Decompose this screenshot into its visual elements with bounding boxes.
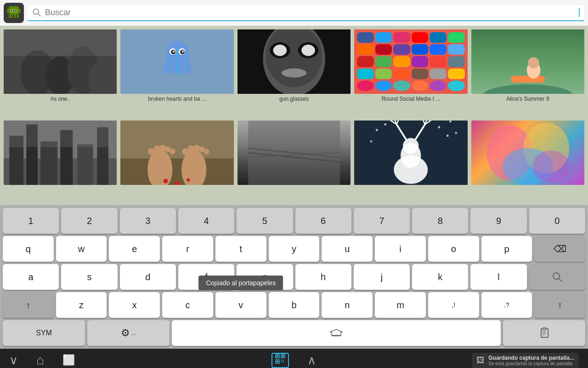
gallery-item-5[interactable]: Alina's Summer 9 [471,29,584,117]
gallery-item-1[interactable]: As one.. [4,29,117,117]
key-clipboard[interactable] [503,320,585,346]
zxcv-row: ↑ z x c v Copiado al portapapeles b n m … [3,292,585,318]
key-b[interactable]: b [269,292,320,318]
nav-up-icon[interactable]: ∧ [307,353,316,368]
gallery-item-9[interactable] [354,121,467,201]
svg-point-65 [193,145,200,152]
key-q[interactable]: q [3,236,54,262]
settings-dots: ... [131,330,136,336]
key-k[interactable]: k [412,264,468,290]
nav-qr-icon[interactable] [271,354,289,367]
key-s[interactable]: s [61,264,117,290]
key-m[interactable]: m [375,292,426,318]
key-r[interactable]: r [162,236,213,262]
svg-point-89 [384,123,386,126]
key-n[interactable]: n [322,292,373,318]
gallery-thumb-3 [237,29,351,94]
key-comma[interactable]: ,! [428,292,479,318]
gallery-item-3[interactable]: gun.glasses [237,29,351,117]
gallery-thumb-10 [471,121,584,185]
key-shift-right[interactable]: ↑ [534,292,585,318]
key-4[interactable]: 4 [178,208,234,234]
key-settings[interactable]: ⚙ ... [87,320,170,346]
svg-rect-117 [283,362,284,362]
gallery-item-6[interactable] [4,121,117,201]
gallery-item-2[interactable]: broken hearts and ba ... [120,29,233,117]
key-w[interactable]: w [56,236,107,262]
ghost-icon [6,5,22,21]
key-5[interactable]: 5 [237,208,293,234]
key-a[interactable]: a [3,264,59,290]
svg-point-94 [455,132,457,134]
search-input[interactable] [45,8,575,17]
gallery-item-8[interactable] [237,121,351,201]
nav-left: ∨ ⌂ ⬜ [9,353,199,368]
svg-point-93 [449,121,452,123]
svg-rect-6 [17,15,19,18]
key-h[interactable]: h [295,264,351,290]
nav-center: ∧ [199,353,389,368]
svg-point-92 [370,140,373,143]
search-bar[interactable] [28,5,584,21]
gallery-label-1: As one.. [50,96,70,102]
key-1[interactable]: 1 [3,208,59,234]
key-j[interactable]: j [354,264,410,290]
key-3[interactable]: 3 [120,208,176,234]
key-2[interactable]: 2 [61,208,117,234]
key-d[interactable]: d [120,264,176,290]
key-6[interactable]: 6 [295,208,351,234]
svg-line-12 [38,14,41,17]
svg-rect-55 [120,158,233,185]
key-search[interactable] [529,264,585,290]
svg-point-11 [34,9,39,15]
gallery-item-4[interactable]: Round Social Media I ... [354,29,467,117]
key-9[interactable]: 9 [470,208,526,234]
key-p[interactable]: p [481,236,532,262]
key-l[interactable]: l [470,264,526,290]
notification-text-box: Guardando captura de pantalla... Se está… [488,355,574,366]
key-8[interactable]: 8 [412,208,468,234]
svg-rect-2 [19,9,21,13]
app-icon[interactable] [4,3,24,23]
gallery-thumb-5 [471,29,584,94]
gallery-item-7[interactable] [120,121,233,201]
key-c[interactable]: c [162,292,213,318]
svg-rect-10 [15,10,17,12]
svg-rect-109 [277,355,278,357]
key-v[interactable]: v [215,292,266,318]
key-t[interactable]: t [215,236,266,262]
svg-point-88 [376,129,378,131]
svg-rect-4 [11,15,13,18]
nav-back-icon[interactable]: ∨ [9,353,18,368]
notification-subtitle: Se está guardando la captura de pantalla [488,361,574,366]
key-7[interactable]: 7 [354,208,410,234]
key-delete[interactable]: ⌫ [534,236,585,262]
social-icons-grid [354,29,467,94]
key-space[interactable] [172,320,501,346]
key-0[interactable]: 0 [529,208,585,234]
svg-rect-1 [7,9,9,13]
svg-point-67 [204,149,209,154]
key-shift-left[interactable]: ↑ [3,292,54,318]
key-sym[interactable]: SYM [3,320,85,346]
nav-recent-icon[interactable]: ⬜ [62,354,75,366]
key-period[interactable]: .? [481,292,532,318]
svg-rect-49 [40,141,57,185]
key-i[interactable]: i [375,236,426,262]
key-u[interactable]: u [322,236,373,262]
svg-rect-114 [281,360,282,361]
key-x[interactable]: x [109,292,160,318]
key-e[interactable]: e [109,236,160,262]
gallery-grid: As one.. broken [0,26,588,205]
key-o[interactable]: o [428,236,479,262]
svg-point-90 [438,126,441,128]
gallery-thumb-7 [120,121,233,185]
svg-rect-104 [543,328,546,330]
key-y[interactable]: y [269,236,320,262]
gallery-thumb-6 [4,121,117,185]
gallery-label-4: Round Social Media I ... [382,96,440,102]
key-z[interactable]: z [56,292,107,318]
keyboard: 1 2 3 4 5 6 7 8 9 0 q w e r t y u i o p … [0,205,588,349]
gallery-item-10[interactable] [471,121,584,201]
nav-home-icon[interactable]: ⌂ [36,353,44,368]
